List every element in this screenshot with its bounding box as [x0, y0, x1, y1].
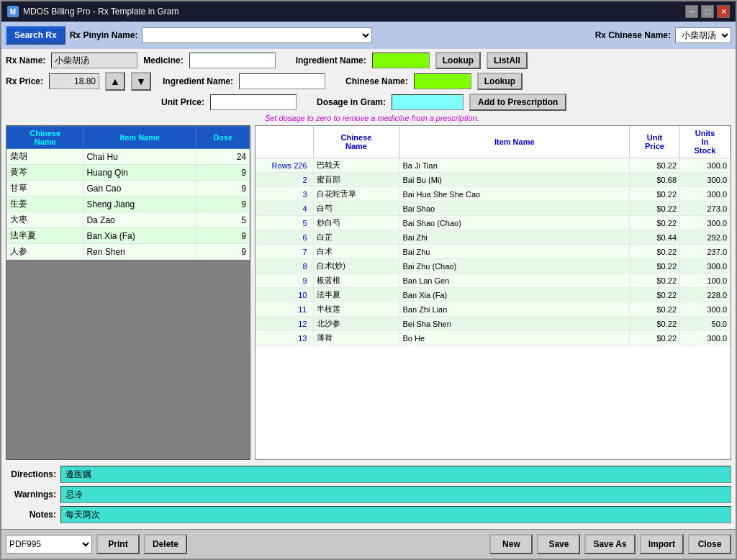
unit-price-label: Unit Price: [161, 97, 204, 107]
right-cell-price: $0.22 [630, 259, 680, 274]
right-cell-price: $0.22 [630, 274, 680, 288]
notes-label: Notes: [6, 510, 56, 520]
right-cell-row: 12 [256, 317, 313, 331]
warnings-row: Warnings: [6, 486, 731, 503]
right-cell-price: $0.22 [630, 158, 680, 173]
right-table-row[interactable]: Rows 226 巴戟天 Ba Ji Tian $0.22 300.0 [256, 158, 731, 173]
price-down-button[interactable]: ▼ [131, 72, 151, 91]
dosage-label: Dosage in Gram: [317, 97, 386, 107]
save-as-button[interactable]: Save As [584, 534, 635, 554]
import-button[interactable]: Import [640, 534, 684, 554]
price-up-button[interactable]: ▲ [105, 72, 125, 91]
right-col-price: UnitPrice [630, 126, 680, 158]
body-split: ChineseName Item Name Dose 柴胡 Chai Hu 24… [6, 125, 731, 460]
left-cell-chinese: 生姜 [7, 197, 83, 212]
left-table-row[interactable]: 甘草 Gan Cao 9 [7, 181, 250, 197]
printer-combo[interactable]: PDF995 [6, 535, 92, 554]
right-cell-price: $0.22 [630, 202, 680, 216]
right-table-row[interactable]: 7 白术 Bai Zhu $0.22 237.0 [256, 245, 731, 259]
right-cell-item: Bei Sha Shen [399, 317, 630, 331]
left-cell-chinese: 甘草 [7, 181, 83, 197]
new-button[interactable]: New [489, 534, 533, 554]
right-table-row[interactable]: 10 法半夏 Ban Xia (Fa) $0.22 228.0 [256, 288, 731, 302]
right-cell-item: Bai Zhu [399, 245, 630, 259]
dosage-color-box [392, 94, 464, 110]
right-table-row[interactable]: 4 白芍 Bai Shao $0.22 273.0 [256, 202, 731, 216]
right-cell-row: 11 [256, 302, 313, 317]
right-cell-chinese: 半枝莲 [313, 302, 399, 317]
rx-name-input[interactable] [51, 53, 137, 68]
lookup-button-2[interactable]: Lookup [477, 73, 523, 90]
right-cell-stock: 273.0 [680, 202, 731, 216]
ingredient-name-input[interactable] [239, 73, 325, 89]
right-table-row[interactable]: 2 蜜百部 Bai Bu (Mi) $0.68 300.0 [256, 173, 731, 187]
right-col-item: Item Name [399, 126, 630, 158]
right-table-container[interactable]: ChineseName Item Name UnitPrice UnitsInS… [255, 125, 731, 460]
right-cell-item: Ban Xia (Fa) [399, 288, 630, 302]
right-cell-price: $0.22 [630, 288, 680, 302]
left-cell-chinese: 大枣 [7, 212, 83, 228]
right-table: ChineseName Item Name UnitPrice UnitsInS… [256, 126, 731, 346]
right-cell-chinese: 蜜百部 [313, 173, 399, 187]
bottom-fields: Directions: Warnings: Notes: [6, 463, 731, 526]
warnings-input[interactable] [60, 486, 731, 503]
directions-input[interactable] [60, 466, 731, 483]
right-cell-row: 9 [256, 274, 313, 288]
left-table-row[interactable]: 大枣 Da Zao 5 [7, 212, 250, 228]
close-button[interactable]: Close [688, 534, 731, 554]
left-table: ChineseName Item Name Dose 柴胡 Chai Hu 24… [6, 126, 250, 260]
right-cell-item: Ba Ji Tian [399, 158, 630, 173]
title-bar: M MDOS Billing Pro - Rx Template in Gram… [1, 1, 736, 22]
left-col-item: Item Name [83, 127, 196, 149]
right-cell-stock: 228.0 [680, 288, 731, 302]
rx-price-label: Rx Price: [6, 76, 43, 86]
rx-chinese-combo[interactable]: 小柴胡汤 [675, 27, 731, 43]
right-cell-row: 7 [256, 245, 313, 259]
lookup-button-1[interactable]: Lookup [435, 52, 481, 69]
right-cell-price: $0.22 [630, 331, 680, 346]
listall-button[interactable]: ListAll [487, 52, 528, 69]
main-window: M MDOS Billing Pro - Rx Template in Gram… [0, 0, 737, 560]
unit-price-input[interactable] [210, 94, 297, 110]
right-table-row[interactable]: 13 薄荷 Bo He $0.22 300.0 [256, 331, 731, 346]
right-cell-row: 10 [256, 288, 313, 302]
right-cell-price: $0.22 [630, 302, 680, 317]
rx-pinyin-combo[interactable] [142, 27, 372, 43]
medicine-input[interactable] [189, 53, 276, 68]
right-table-row[interactable]: 12 北沙参 Bei Sha Shen $0.22 50.0 [256, 317, 731, 331]
search-rx-button[interactable]: Search Rx [6, 26, 65, 45]
notes-input[interactable] [60, 506, 731, 523]
close-window-button[interactable]: ✕ [717, 5, 730, 18]
right-cell-stock: 300.0 [680, 216, 731, 230]
right-cell-chinese: 白术(炒) [313, 259, 399, 274]
right-cell-stock: 300.0 [680, 259, 731, 274]
minimize-button[interactable]: ─ [685, 5, 698, 18]
right-cell-chinese: 法半夏 [313, 288, 399, 302]
left-table-row[interactable]: 柴胡 Chai Hu 24 [7, 149, 250, 165]
right-table-row[interactable]: 6 白芷 Bai Zhi $0.44 292.0 [256, 230, 731, 245]
right-cell-chinese: 板蓝根 [313, 274, 399, 288]
left-table-row[interactable]: 人参 Ren Shen 9 [7, 244, 250, 260]
left-cell-item: Ban Xia (Fa) [83, 228, 196, 244]
left-cell-item: Da Zao [83, 212, 196, 228]
right-table-row[interactable]: 9 板蓝根 Ban Lan Gen $0.22 100.0 [256, 274, 731, 288]
left-cell-chinese: 柴胡 [7, 149, 83, 165]
right-table-row[interactable]: 8 白术(炒) Bai Zhu (Chao) $0.22 300.0 [256, 259, 731, 274]
print-button[interactable]: Print [96, 534, 140, 554]
right-table-row[interactable]: 11 半枝莲 Ban Zhi Lian $0.22 300.0 [256, 302, 731, 317]
rx-price-input[interactable] [49, 73, 99, 89]
chinese-name-label: Chinese Name: [345, 76, 408, 86]
warnings-label: Warnings: [6, 489, 56, 500]
save-button[interactable]: Save [537, 534, 580, 554]
left-table-row[interactable]: 黄芩 Huang Qin 9 [7, 165, 250, 181]
maximize-button[interactable]: □ [701, 5, 714, 18]
right-table-row[interactable]: 5 炒白芍 Bai Shao (Chao) $0.22 300.0 [256, 216, 731, 230]
left-table-row[interactable]: 法半夏 Ban Xia (Fa) 9 [7, 228, 250, 244]
medicine-label: Medicine: [143, 55, 183, 66]
delete-button[interactable]: Delete [144, 534, 187, 554]
left-table-row[interactable]: 生姜 Sheng Jiang 9 [7, 197, 250, 212]
right-cell-stock: 237.0 [680, 245, 731, 259]
rx-name-label: Rx Name: [6, 55, 45, 66]
right-table-row[interactable]: 3 白花蛇舌草 Bai Hua She She Cao $0.22 300.0 [256, 187, 731, 202]
add-to-prescription-button[interactable]: Add to Prescription [469, 94, 566, 111]
